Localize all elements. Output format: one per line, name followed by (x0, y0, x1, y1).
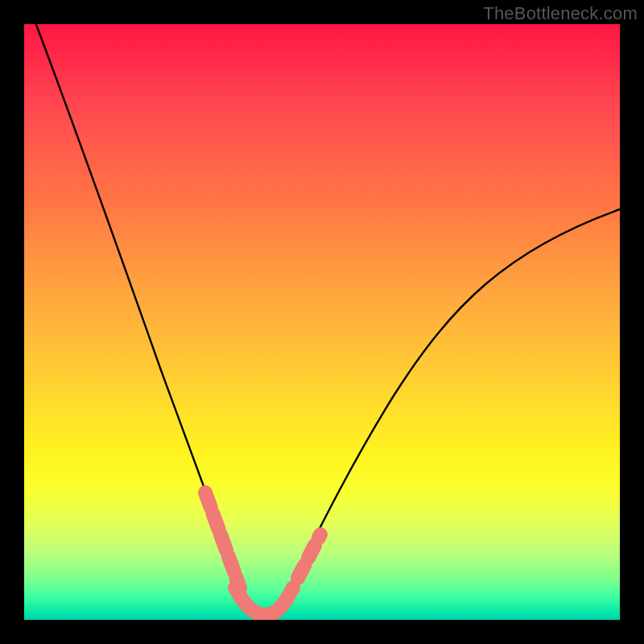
highlight-left-segment (205, 493, 240, 588)
curve-layer (24, 24, 620, 620)
plot-area (24, 24, 620, 620)
bottleneck-curve (36, 24, 620, 615)
chart-frame: TheBottleneck.com (0, 0, 644, 644)
highlight-bottom-segment (235, 588, 293, 615)
highlight-right-segment (298, 535, 320, 578)
watermark-text: TheBottleneck.com (483, 3, 638, 24)
